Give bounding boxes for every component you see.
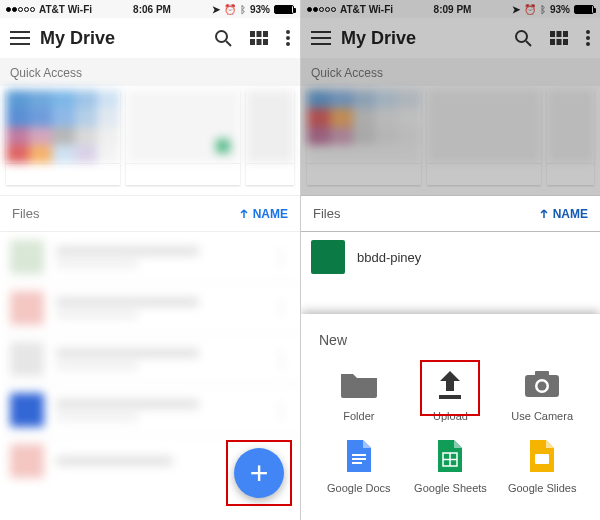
menu-icon[interactable] (311, 31, 331, 45)
svg-rect-27 (352, 462, 362, 464)
app-header: My Drive (0, 18, 300, 58)
svg-point-19 (586, 42, 590, 46)
carrier-label: AT&T Wi-Fi (39, 4, 92, 15)
google-docs-icon (338, 438, 380, 474)
svg-rect-11 (550, 31, 555, 37)
battery-icon (574, 5, 594, 14)
arrow-up-icon (539, 209, 549, 219)
location-icon: ➤ (512, 4, 520, 15)
list-item[interactable]: ⋮ (0, 282, 300, 333)
plus-icon: + (250, 455, 269, 492)
files-label: Files (12, 206, 39, 221)
item-overflow-icon[interactable]: ⋮ (272, 299, 290, 317)
sort-button[interactable]: NAME (539, 207, 588, 221)
item-overflow-icon[interactable]: ⋮ (272, 248, 290, 266)
signal-icon (307, 7, 336, 12)
svg-rect-16 (563, 39, 568, 45)
quick-access-label: Quick Access (301, 58, 600, 86)
view-grid-icon[interactable] (250, 31, 268, 45)
search-icon[interactable] (214, 29, 232, 47)
list-item[interactable]: ⋮ (0, 333, 300, 384)
svg-rect-25 (352, 454, 366, 456)
svg-rect-2 (257, 31, 262, 37)
quick-access-row (0, 86, 300, 195)
quick-access-label: Quick Access (0, 58, 300, 86)
svg-point-10 (516, 31, 527, 42)
svg-point-7 (286, 30, 290, 34)
new-folder-button[interactable]: Folder (317, 366, 401, 422)
quick-access-card[interactable] (246, 90, 294, 185)
alarm-icon: ⏰ (524, 4, 536, 15)
folder-icon (338, 366, 380, 402)
menu-icon[interactable] (10, 31, 30, 45)
quick-access-card[interactable] (427, 90, 541, 185)
upload-button[interactable]: Upload (408, 366, 492, 422)
google-slides-icon (521, 438, 563, 474)
page-title: My Drive (40, 28, 214, 49)
status-time: 8:09 PM (434, 4, 472, 15)
item-overflow-icon[interactable]: ⋮ (272, 401, 290, 419)
arrow-up-icon (239, 209, 249, 219)
svg-rect-1 (250, 31, 255, 37)
svg-point-8 (286, 36, 290, 40)
svg-point-17 (586, 30, 590, 34)
sheet-row-1: Folder Upload Use Camera (313, 358, 588, 430)
search-icon[interactable] (514, 29, 532, 47)
view-grid-icon[interactable] (550, 31, 568, 45)
sheet-title: New (313, 328, 588, 358)
page-title: My Drive (341, 28, 514, 49)
new-docs-button[interactable]: Google Docs (317, 438, 401, 494)
new-bottom-sheet: New Folder Upload Use Camera (301, 314, 600, 520)
svg-rect-29 (535, 454, 549, 464)
svg-rect-5 (257, 39, 262, 45)
alarm-icon: ⏰ (224, 4, 236, 15)
google-sheets-icon (429, 438, 471, 474)
use-camera-button[interactable]: Use Camera (500, 366, 584, 422)
screen-new-sheet: AT&T Wi-Fi 8:09 PM ➤ ⏰ ᛒ 93% My Drive Qu… (300, 0, 600, 520)
quick-access-card[interactable] (307, 90, 421, 185)
camera-icon (521, 366, 563, 402)
svg-point-18 (586, 36, 590, 40)
svg-rect-26 (352, 458, 366, 460)
upload-icon (429, 366, 471, 402)
svg-rect-12 (557, 31, 562, 37)
battery-icon (274, 5, 294, 14)
svg-rect-3 (263, 31, 268, 37)
quick-access-card[interactable] (6, 90, 120, 185)
svg-rect-22 (535, 371, 549, 377)
fab-new-button[interactable]: + (234, 448, 284, 498)
svg-point-24 (538, 382, 547, 391)
svg-point-9 (286, 42, 290, 46)
files-header: Files NAME (0, 195, 300, 232)
list-item[interactable]: bbdd-piney (301, 232, 600, 282)
list-item[interactable]: ⋮ (0, 232, 300, 282)
status-time: 8:06 PM (133, 4, 171, 15)
file-name: bbdd-piney (357, 250, 590, 265)
files-label: Files (313, 206, 340, 221)
new-sheets-button[interactable]: Google Sheets (408, 438, 492, 494)
sort-button[interactable]: NAME (239, 207, 288, 221)
item-overflow-icon[interactable]: ⋮ (272, 350, 290, 368)
svg-rect-14 (550, 39, 555, 45)
bluetooth-icon: ᛒ (240, 4, 246, 15)
location-icon: ➤ (212, 4, 220, 15)
svg-rect-4 (250, 39, 255, 45)
quick-access-card[interactable] (126, 90, 240, 185)
overflow-icon[interactable] (586, 30, 590, 46)
svg-point-0 (216, 31, 227, 42)
svg-rect-15 (557, 39, 562, 45)
sheet-row-2: Google Docs Google Sheets Google Slides (313, 430, 588, 502)
screen-drive-main: AT&T Wi-Fi 8:06 PM ➤ ⏰ ᛒ 93% My Drive (0, 0, 300, 520)
svg-rect-6 (263, 39, 268, 45)
battery-pct: 93% (250, 4, 270, 15)
new-slides-button[interactable]: Google Slides (500, 438, 584, 494)
bluetooth-icon: ᛒ (540, 4, 546, 15)
list-item[interactable]: ⋮ (0, 384, 300, 435)
svg-rect-20 (439, 395, 461, 399)
overflow-icon[interactable] (286, 30, 290, 46)
battery-pct: 93% (550, 4, 570, 15)
carrier-label: AT&T Wi-Fi (340, 4, 393, 15)
svg-rect-13 (563, 31, 568, 37)
signal-icon (6, 7, 35, 12)
quick-access-card[interactable] (547, 90, 594, 185)
